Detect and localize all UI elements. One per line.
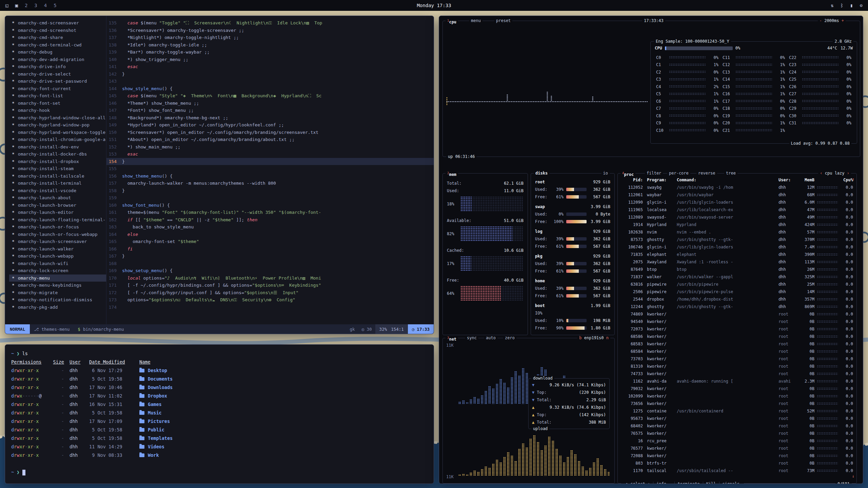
- code-line[interactable]: 142}: [106, 70, 434, 78]
- net-interface-selector[interactable]: b enp191s0 n: [577, 336, 610, 341]
- process-row[interactable]: 76577kworker/root0B0.0: [618, 445, 856, 452]
- code-line[interactable]: 160show_font_menu() {: [106, 202, 434, 209]
- process-column-header[interactable]: Cpu%: [840, 178, 853, 182]
- disks-panel-title[interactable]: disks: [534, 171, 549, 176]
- file-tree-item[interactable]: *omarchy-launch-editor: [9, 209, 106, 216]
- file-tree-item[interactable]: *omarchy-launch-or-focus-webapp: [9, 231, 106, 238]
- process-row[interactable]: 106746glycin-i/usr/lib/glycin-loadersdhh…: [618, 243, 856, 251]
- code-line[interactable]: 163 back_to show_style_menu: [106, 223, 434, 231]
- io-toggle[interactable]: io: [601, 171, 610, 176]
- file-tree-item[interactable]: *omarchy-launch-screensaver: [9, 238, 106, 245]
- file-tree-item[interactable]: *omarchy-migrate: [9, 289, 106, 297]
- code-line[interactable]: 157 omarchy-launch-walker -m menus:omarc…: [106, 180, 434, 187]
- process-row[interactable]: 73703kworker/root0B0.0: [618, 355, 856, 363]
- file-tree-item[interactable]: *omarchy-font-set: [9, 100, 106, 107]
- code-line[interactable]: 172 [ -f ~/.config/hypr/input.conf ] && …: [106, 289, 434, 297]
- prompt-line[interactable]: ~ ❯: [11, 468, 428, 476]
- code-line[interactable]: 170 local options="♪ Audio\n↯ Wifi\nᛒ Bl…: [106, 274, 434, 282]
- process-row[interactable]: 73656kworker/root0B0.0: [618, 400, 856, 407]
- file-tree-item[interactable]: *omarchy-install-dev-env: [9, 143, 106, 151]
- code-line[interactable]: 162 if [[ "$theme" == "CNCLD" || -z "$th…: [106, 216, 434, 224]
- process-row[interactable]: 111965localsea/usr/lib/localsearch-exdhh…: [618, 206, 856, 214]
- file-tree-item[interactable]: *omarchy-install-vscode: [9, 187, 106, 195]
- file-row[interactable]: drwxr-xr-x-dhh11 Nov 14:29Videos: [11, 443, 428, 451]
- code-line[interactable]: 161 theme=$(menu "Font" "$(omarchy-font-…: [106, 209, 434, 216]
- code-line[interactable]: 156show_theme_menu() {: [106, 172, 434, 180]
- footer-action[interactable]: ↑ select ↓: [623, 482, 653, 484]
- sort-selector[interactable]: ‹ cpu lazy ›: [818, 171, 851, 176]
- reverse-toggle[interactable]: reverse: [696, 171, 717, 176]
- code-line[interactable]: 145 case $(menu "Style" "❖ Theme\n✎ Font…: [106, 92, 434, 100]
- battery-icon[interactable]: ▮: [850, 3, 853, 8]
- code-line[interactable]: 147 *Font*) show_font_menu ;;: [106, 107, 434, 114]
- file-row[interactable]: drwxr-xr-x-dhh 5 Oct 19:58Public: [11, 426, 428, 434]
- file-tree-item[interactable]: *omarchy-launch-or-focus: [9, 223, 106, 231]
- process-row[interactable]: 2506pipewire/usr/bin/pipewire-pulsedhh14…: [618, 288, 856, 296]
- scroll-up-icon[interactable]: ↑: [852, 177, 854, 182]
- file-tree-item[interactable]: *omarchy-drive-info: [9, 63, 106, 70]
- process-row[interactable]: 72088kworker/root0B0.0: [618, 452, 856, 460]
- process-row[interactable]: 1162avahi-daavahi-daemon: running [avahi…: [618, 378, 856, 385]
- process-row[interactable]: 94540kworker/root0B0.0: [618, 318, 856, 325]
- power-icon[interactable]: ⊙: [860, 3, 863, 8]
- file-tree-item[interactable]: *omarchy-hyprland-window-close-all: [9, 114, 106, 122]
- process-row[interactable]: 81310kworker/root0B0.0: [618, 363, 856, 370]
- code-line[interactable]: 167}: [106, 252, 434, 260]
- code-line[interactable]: 135 case $(menu "Toggle" "⛶ Screensaver\…: [106, 19, 434, 27]
- file-tree-item[interactable]: *omarchy-drive-select: [9, 70, 106, 78]
- process-row[interactable]: 74869kworker/root0B0.0: [618, 310, 856, 318]
- process-row[interactable]: 79032kworker/root0B0.0: [618, 385, 856, 392]
- code-line[interactable]: 171 [ -f ~/.config/hypr/bindings.conf ] …: [106, 282, 434, 289]
- process-row[interactable]: 803btrfs-trroot0B0.0: [618, 460, 856, 467]
- code-line[interactable]: 155: [106, 165, 434, 172]
- process-row[interactable]: 87649btopbtopdhh26M0.0: [618, 266, 856, 273]
- file-tree-item[interactable]: *omarchy-hyprland-window-pop: [9, 121, 106, 129]
- code-line[interactable]: 136 *Screensaver*) omarchy-toggle-screen…: [106, 27, 434, 34]
- code-line[interactable]: 168: [106, 260, 434, 267]
- footer-action[interactable]: signals: [719, 482, 743, 484]
- net-zero-toggle[interactable]: zero: [503, 336, 516, 341]
- file-tree-item[interactable]: *omarchy-pkg-add: [9, 304, 106, 311]
- code-line[interactable]: 138 *Idle*) omarchy-toggle-idle ;;: [106, 41, 434, 49]
- menu-button[interactable]: menu: [469, 18, 482, 23]
- code-line[interactable]: 149 *Hyprland*) open_in_editor ~/.config…: [106, 121, 434, 129]
- process-panel-title[interactable]: 4proc: [620, 171, 635, 177]
- code-line[interactable]: 173 options="$options\n☑ Defaults\n☁ DNS…: [106, 296, 434, 304]
- process-row[interactable]: 87573ghostty/usr/bin/ghostty --gtk-dhh37…: [618, 236, 856, 243]
- file-tree-item[interactable]: *omarchy-font-list: [9, 92, 106, 100]
- file-tree-item[interactable]: *omarchy-cmd-screensaver: [9, 19, 106, 27]
- process-row[interactable]: 112090glycin-i/usr/lib/glycin-loadersdhh…: [618, 199, 856, 206]
- workspace-button[interactable]: 5: [54, 3, 56, 8]
- code-line[interactable]: 174: [106, 304, 434, 311]
- process-row[interactable]: 102099kworker/root0B0.0: [618, 392, 856, 400]
- process-row[interactable]: 16rcu_preeroot0B0.0: [618, 437, 856, 445]
- file-tree-item[interactable]: *omarchy-dev-add-migration: [9, 56, 106, 63]
- code-line[interactable]: 148 *Background*) omarchy-theme-bg-next …: [106, 114, 434, 122]
- code-line[interactable]: 139 *Bar*) omarchy-toggle-waybar ;;: [106, 48, 434, 56]
- file-tree-item[interactable]: *omarchy-menu: [9, 274, 106, 282]
- active-workspace-icon[interactable]: ▣: [15, 3, 18, 8]
- filter-button[interactable]: filter: [645, 171, 663, 176]
- process-row[interactable]: 12244ghostty/usr/bin/ghostty --gtk-dhh86…: [618, 303, 856, 310]
- process-row[interactable]: 95673kworker/root0B0.0: [618, 415, 856, 422]
- process-column-header[interactable]: User:: [778, 178, 798, 182]
- process-row[interactable]: 1914HyprlandHyprlanddhh424M0.0: [618, 221, 856, 228]
- file-tree-item[interactable]: *omarchy-launch-about: [9, 194, 106, 202]
- net-sync-toggle[interactable]: sync: [465, 336, 478, 341]
- code-line[interactable]: 137 *Nightlight*) omarchy-toggle-nightli…: [106, 34, 434, 41]
- file-tree-item[interactable]: *omarchy-launch-floating-terminal-: [9, 216, 106, 224]
- tree-toggle[interactable]: tree: [724, 171, 737, 176]
- process-row[interactable]: 68402kworker/root0B0.0: [618, 422, 856, 430]
- file-tree-item[interactable]: *omarchy-hook: [9, 107, 106, 114]
- code-line[interactable]: 164 else: [106, 231, 434, 238]
- file-row[interactable]: drwxr-xr-x-dhh 9 Nov 08:33Work: [11, 451, 428, 460]
- code-line[interactable]: 165 omarchy-font-set "$theme": [106, 238, 434, 245]
- file-tree-item[interactable]: *omarchy-hyprland-workspace-toggle: [9, 129, 106, 136]
- workspace-button[interactable]: 4: [44, 3, 47, 8]
- process-row[interactable]: 112052swaybg/usr/bin/swaybg -i /homdhh12…: [618, 184, 856, 191]
- code-line[interactable]: 146 *Theme*) show_theme_menu ;;: [106, 100, 434, 107]
- file-tree-item[interactable]: *omarchy-lock-screen: [9, 267, 106, 274]
- workspace-button[interactable]: 3: [34, 3, 37, 8]
- file-row[interactable]: drwxr-xr-x-dhh16 Nov 15:31Games: [11, 400, 428, 409]
- code-line[interactable]: 151 *About*) open_in_editor ~/.config/om…: [106, 136, 434, 143]
